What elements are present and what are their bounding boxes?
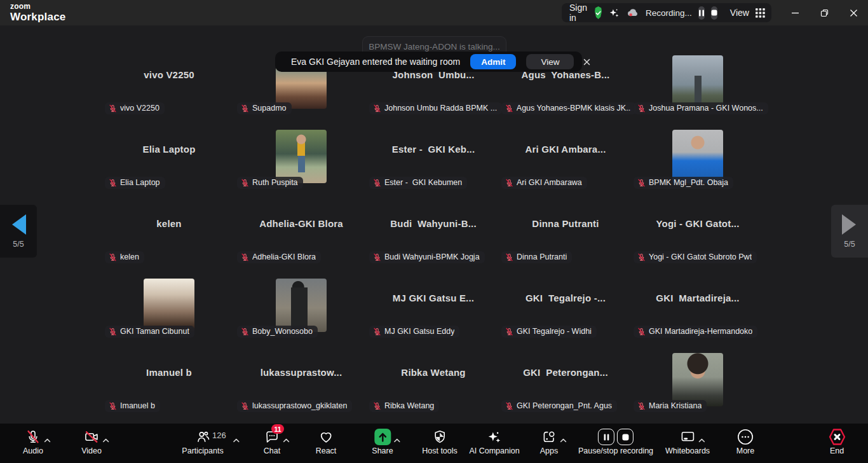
toolbar-more-button[interactable]: More xyxy=(736,428,755,455)
toolbar-share-button[interactable]: Share xyxy=(372,428,393,455)
participant-name-label: Ribka Wetang xyxy=(369,400,439,412)
view-button[interactable]: View xyxy=(730,8,749,18)
participant-display-name: Ribka Wetang xyxy=(367,341,499,404)
participant-label-text: Johnson Umbu Radda BPMK ... xyxy=(384,104,497,113)
mic-muted-icon xyxy=(637,402,646,410)
mic-muted-icon xyxy=(241,179,249,187)
close-icon[interactable] xyxy=(839,0,868,25)
participant-tile[interactable]: Ribka WetangRibka Wetang xyxy=(367,341,499,415)
chevron-up-icon[interactable] xyxy=(283,434,290,445)
participant-tile[interactable]: MJ GKI Gatsu E...MJ GKI Gatsu Eddy xyxy=(367,266,499,341)
mic-muted-icon xyxy=(109,253,117,261)
toolbar-react-button[interactable]: React xyxy=(316,428,337,455)
chevron-up-icon[interactable] xyxy=(560,434,567,445)
participant-tile[interactable]: Ruth Puspita xyxy=(235,118,367,192)
participant-name-label: Ester - GKI Kebumen xyxy=(369,177,467,189)
restore-icon[interactable] xyxy=(810,0,839,25)
minimize-icon[interactable] xyxy=(780,0,810,25)
toolbar-chat-button[interactable]: 11Chat xyxy=(262,428,281,455)
chevron-up-icon[interactable] xyxy=(393,434,400,445)
participant-tile[interactable]: Ari GKI Ambara...Ari GKI Ambarawa xyxy=(499,118,632,192)
participant-tile[interactable]: Budi Wahyuni-B...Budi Wahyuni-BPMK Jogja xyxy=(367,192,499,266)
meeting-toolbar: AudioVideo126Participants11ChatReactShar… xyxy=(0,424,868,463)
participant-video-thumbnail xyxy=(672,130,723,183)
toolbar-item-label: React xyxy=(316,446,337,455)
participant-tile[interactable]: Maria Kristiana xyxy=(632,341,764,415)
toolbar-video-button[interactable]: Video xyxy=(81,428,102,455)
toolbar-audio-button[interactable]: Audio xyxy=(23,428,43,455)
participant-tile[interactable]: BPMK Mgl_Pdt. Obaja xyxy=(632,118,764,192)
participant-tile[interactable]: Dinna PutrantiDinna Putranti xyxy=(499,192,632,266)
participant-label-text: GKI Tegalrejo - Widhi xyxy=(517,327,592,336)
banner-view-button[interactable]: View xyxy=(526,54,574,69)
participant-label-text: Boby_Wonosobo xyxy=(252,327,313,336)
participant-label-text: MJ GKI Gatsu Eddy xyxy=(384,327,454,336)
grid-view-icon[interactable] xyxy=(756,8,765,18)
participant-tile[interactable]: Boby_Wonosobo xyxy=(235,266,367,341)
participant-name-label: Ari GKI Ambarawa xyxy=(501,177,587,189)
participant-label-text: lukassuprastowo_gkiklaten xyxy=(252,401,347,410)
whiteboard-icon xyxy=(680,429,696,445)
toolbar-record-button[interactable]: Pause/stop recording xyxy=(578,428,653,455)
mic-muted-icon xyxy=(505,253,513,261)
pause-recording-button[interactable] xyxy=(598,429,614,445)
participant-tile[interactable]: lukassuprastow...lukassuprastowo_gkiklat… xyxy=(235,341,367,415)
participant-tile[interactable]: vivo V2250vivo V2250 xyxy=(103,43,235,118)
participant-display-name: Yogi - GKI Gatot... xyxy=(632,192,764,255)
banner-close-icon[interactable] xyxy=(583,59,590,66)
participant-label-text: GKI Taman Cibunut xyxy=(120,327,189,336)
participant-tile[interactable]: Yogi - GKI Gatot...Yogi - GKI Gatot Subr… xyxy=(632,192,764,266)
toolbar-host-tools-button[interactable]: Host tools xyxy=(422,428,458,455)
mic-muted-icon xyxy=(241,402,249,410)
more-ellipsis-icon xyxy=(737,429,754,445)
chevron-up-icon[interactable] xyxy=(44,434,51,445)
next-page-arrow xyxy=(841,214,858,235)
mic-muted-icon xyxy=(109,402,117,410)
participant-name-label: MJ GKI Gatsu Eddy xyxy=(369,326,459,338)
participant-label-text: Yogi - GKI Gatot Subroto Pwt xyxy=(649,252,752,261)
shield-check-icon[interactable] xyxy=(595,6,602,19)
mic-muted-icon xyxy=(505,104,513,113)
sign-in-button[interactable]: Sign in xyxy=(569,3,587,23)
chevron-up-icon[interactable] xyxy=(102,434,109,445)
toolbar-whiteboards-button[interactable]: Whiteboards xyxy=(665,428,710,455)
participant-tile[interactable]: Ester - GKI Keb...Ester - GKI Kebumen xyxy=(367,118,499,192)
prev-page-control[interactable]: 5/5 xyxy=(0,205,37,258)
participant-tile[interactable]: Joshua Pramana - GKI Wonos... xyxy=(632,43,764,118)
participant-name-label: Joshua Pramana - GKI Wonos... xyxy=(634,102,768,114)
participant-tile[interactable]: GKI Taman Cibunut xyxy=(103,266,235,341)
mic-muted-icon xyxy=(373,104,381,113)
mic-muted-icon xyxy=(505,402,513,410)
sparkle-icon[interactable] xyxy=(608,7,620,19)
toolbar-item-label: End xyxy=(830,446,844,455)
toolbar-apps-button[interactable]: Apps xyxy=(539,428,559,455)
participant-tile[interactable]: Adhelia-GKI BloraAdhelia-GKI Blora xyxy=(235,192,367,266)
toolbar-end-button[interactable]: End xyxy=(827,428,846,455)
apps-icon xyxy=(541,429,557,445)
toolbar-participants-button[interactable]: 126Participants xyxy=(182,428,223,455)
zoom-workplace-logo: zoom Workplace xyxy=(10,3,65,22)
participant-tile[interactable]: GKI Peterongan...GKI Peterongan_Pnt. Agu… xyxy=(499,341,632,415)
waiting-room-message: Eva GKI Gejayan entered the waiting room xyxy=(291,57,460,67)
admit-button[interactable]: Admit xyxy=(470,54,516,69)
chevron-up-icon[interactable] xyxy=(698,434,705,445)
stop-recording-icon[interactable] xyxy=(711,6,717,20)
participant-display-name: Budi Wahyuni-B... xyxy=(367,192,499,255)
toolbar-ai-companion-button[interactable]: AI Companion xyxy=(469,428,519,455)
participant-label-text: vivo V2250 xyxy=(120,104,159,113)
share-up-arrow-icon xyxy=(374,429,391,445)
toolbar-item-label: More xyxy=(736,446,754,455)
participants-count: 126 xyxy=(212,431,226,440)
participant-tile[interactable]: GKI Tegalrejo -...GKI Tegalrejo - Widhi xyxy=(499,266,632,341)
participant-tile[interactable]: Imanuel bImanuel b xyxy=(103,341,235,415)
participant-label-text: Elia Laptop xyxy=(120,178,160,187)
pause-recording-icon[interactable] xyxy=(698,6,705,20)
sparkle-icon xyxy=(487,429,503,445)
participant-name-label: Supadmo xyxy=(237,102,292,114)
participant-tile[interactable]: Elia LaptopElia Laptop xyxy=(103,118,235,192)
participant-tile[interactable]: kelenkelen xyxy=(103,192,235,266)
stop-recording-button[interactable] xyxy=(617,429,634,445)
participant-tile[interactable]: GKI Martadireja...GKI Martadireja-Herman… xyxy=(632,266,764,341)
chevron-up-icon[interactable] xyxy=(233,434,240,445)
next-page-control[interactable]: 5/5 xyxy=(831,205,868,258)
